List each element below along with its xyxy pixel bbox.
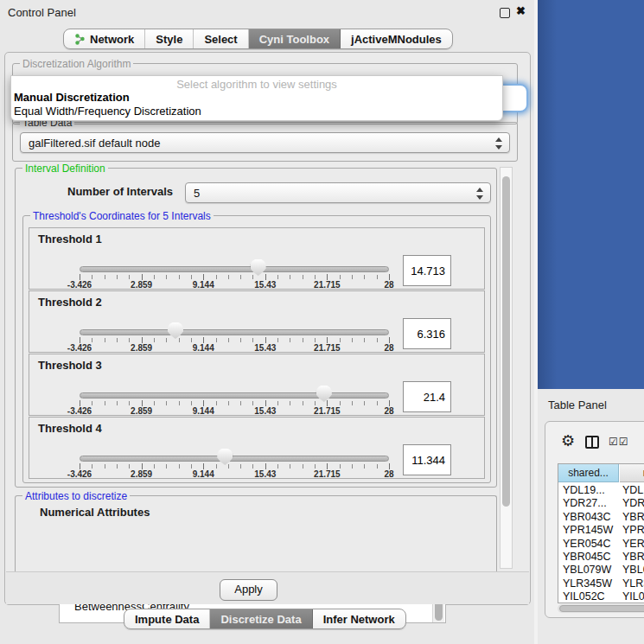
major-tick	[327, 400, 328, 406]
tab-impute-data[interactable]: Impute Data	[124, 609, 210, 628]
panel-scrollbar-thumb[interactable]	[502, 176, 510, 507]
tab-cyni-toolbox-label: Cyni Toolbox	[259, 33, 329, 46]
threshold-4-slider-thumb[interactable]	[217, 449, 233, 465]
tick-label: -3.426	[67, 406, 92, 416]
major-tick	[203, 274, 204, 280]
table-panel-box: ⚙ ☑☑ shared... n... YDL19...YDL1... YDR2…	[545, 421, 644, 618]
combo-stepper-icon	[475, 188, 483, 200]
tick-label: 21.715	[314, 406, 341, 416]
popup-option-manual-discretization[interactable]: Manual Discretization	[11, 91, 502, 105]
threshold-2-slider-track[interactable]	[80, 329, 389, 335]
threshold-row-3: Threshold 3 -3.426 2.859 9.144 15.4	[29, 354, 485, 416]
cell: YER0...	[622, 538, 644, 550]
network-icon	[74, 34, 86, 45]
tab-network[interactable]: Network	[64, 29, 145, 48]
tab-style[interactable]: Style	[145, 29, 194, 48]
apply-button[interactable]: Apply	[220, 579, 277, 601]
threshold-3-label: Threshold 3	[38, 359, 102, 372]
columns-icon[interactable]	[585, 436, 599, 449]
discretization-algorithm-group-title: Discretization Algorithm	[20, 58, 133, 70]
table-horizontal-scrollbar[interactable]	[558, 604, 644, 613]
combo-stepper-icon	[494, 137, 502, 150]
tick-label: 15.43	[254, 280, 276, 290]
tick-label: 2.859	[131, 469, 152, 479]
threshold-2-label: Threshold 2	[38, 296, 102, 309]
thresholds-group-title: Threshold's Coordinates for 5 Intervals	[30, 210, 214, 222]
network-view-frame: GAL80 GA C GAL11 GAL4 GCY1 H HAP2	[538, 0, 644, 389]
cell: YDL1...	[622, 484, 644, 496]
table-panel-title: Table Panel	[548, 399, 607, 411]
table-row[interactable]: YDR27...YDR2...	[558, 497, 644, 510]
tab-infer-network-label: Infer Network	[323, 613, 395, 626]
threshold-3-value-field[interactable]: 21.4	[403, 381, 451, 412]
table-row[interactable]: YBL079WYBL0...	[558, 564, 644, 577]
table-panel: Table Panel ⚙ ☑☑ shared... n... YDL19...…	[538, 389, 644, 644]
threshold-3-slider-track[interactable]	[80, 392, 389, 399]
tick-label: 9.144	[193, 469, 214, 479]
tab-select[interactable]: Select	[194, 29, 248, 48]
table-row[interactable]: YBR043CYBR0...	[558, 511, 644, 524]
tick-label: 9.144	[193, 343, 214, 353]
num-intervals-value: 5	[194, 187, 200, 200]
gear-icon[interactable]: ⚙	[561, 433, 575, 449]
close-icon[interactable]: ✖	[516, 4, 526, 17]
tick-label: 28	[384, 343, 393, 353]
table-data-combo[interactable]: galFiltered.sif default node	[20, 132, 510, 153]
select-columns-checkbox-icons[interactable]: ☑☑	[609, 436, 629, 448]
cell: YDR2...	[622, 497, 644, 509]
table-row[interactable]: YPR145WYPR1...	[558, 524, 644, 537]
tick-label: 15.43	[254, 343, 276, 353]
threshold-1-slider-thumb[interactable]	[251, 259, 266, 276]
tab-cyni-toolbox[interactable]: Cyni Toolbox	[249, 29, 341, 48]
cell: YBL079W	[563, 564, 611, 576]
table-row[interactable]: YER054CYER0...	[558, 538, 644, 551]
attributes-group-title: Attributes to discretize	[22, 490, 130, 502]
table-horizontal-scrollbar-thumb[interactable]	[559, 605, 644, 612]
float-window-icon[interactable]	[500, 8, 510, 18]
minor-ticks	[80, 275, 390, 279]
cell: YDL19...	[563, 484, 605, 496]
table-row[interactable]: YDL19...YDL1...	[558, 484, 644, 497]
major-tick	[80, 400, 80, 406]
major-tick	[327, 463, 328, 469]
tick-label: 9.144	[193, 280, 214, 290]
tick-label: 2.859	[131, 343, 152, 353]
tick-label: 28	[384, 406, 393, 416]
major-tick	[389, 400, 390, 406]
tab-discretize-data[interactable]: Discretize Data	[210, 609, 312, 628]
tab-select-label: Select	[204, 33, 237, 46]
num-intervals-combo[interactable]: 5	[185, 182, 491, 203]
column-header-name[interactable]: n...	[620, 464, 644, 482]
tick-label: 21.715	[314, 469, 341, 479]
major-tick	[265, 400, 266, 406]
major-tick	[142, 400, 143, 406]
table-row[interactable]: YBR045CYBR0...	[558, 551, 644, 564]
major-tick	[203, 337, 204, 343]
threshold-1-slider-track[interactable]	[80, 266, 389, 272]
tab-infer-network[interactable]: Infer Network	[313, 609, 405, 628]
threshold-1-value-field[interactable]: 14.713	[403, 255, 451, 286]
tick-label: 2.859	[131, 280, 152, 290]
table-row[interactable]: YLR345WYLR3...	[558, 577, 644, 590]
column-header-shared-name[interactable]: shared...	[558, 464, 619, 482]
threshold-4-slider-track[interactable]	[80, 456, 389, 462]
major-tick	[203, 463, 204, 469]
threshold-4-label: Threshold 4	[38, 422, 102, 435]
tick-label: 9.144	[193, 406, 214, 416]
threshold-2-value-field[interactable]: 6.316	[403, 318, 451, 349]
threshold-3-slider-thumb[interactable]	[316, 386, 332, 402]
threshold-2-slider-thumb[interactable]	[168, 322, 183, 339]
threshold-4-value-field[interactable]: 11.344	[403, 444, 451, 475]
tab-jactivemnodules[interactable]: jActiveMNodules	[341, 29, 452, 48]
cell: YIL052C	[563, 590, 605, 603]
cell: YBR043C	[563, 511, 611, 523]
minor-ticks	[80, 401, 390, 405]
tick-label: 15.43	[254, 469, 276, 479]
popup-option-equal-width-frequency[interactable]: Equal Width/Frequency Discretization	[11, 105, 502, 118]
top-tab-strip: Network Style Select Cyni Toolbox jActiv…	[63, 29, 453, 49]
panel-scrollbar[interactable]	[500, 167, 513, 569]
threshold-row-1: Threshold 1 -3.426 2.859 9.144 15.4	[29, 227, 485, 290]
table-row[interactable]: YIL052CYIL0...	[558, 590, 644, 603]
major-tick	[203, 400, 204, 406]
tick-label: -3.426	[67, 469, 92, 479]
